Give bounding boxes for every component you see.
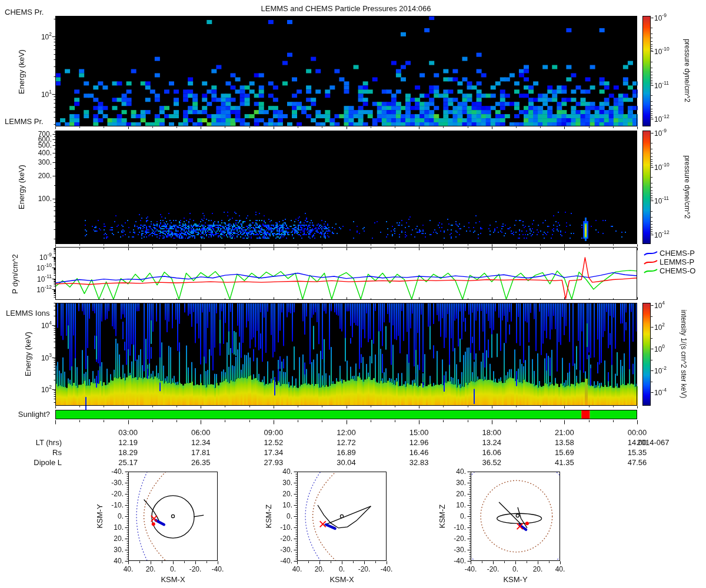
orbit-xtick: 20. xyxy=(533,566,543,573)
ephemeris-value: 32.83 xyxy=(409,459,429,467)
time-tick-label: 18:00 xyxy=(482,429,501,437)
pressure-ytick: 10-9 xyxy=(39,253,52,262)
time-tick-label: 21:00 xyxy=(555,429,574,437)
colorbar-label-pressure-2: pressure dyne/cm^2 xyxy=(684,155,691,219)
lemms-ytick: 100. xyxy=(38,195,52,203)
row-label-dipole: Dipole L xyxy=(34,459,62,467)
orbit-ytick: 10. xyxy=(456,502,466,509)
y-axis-label-ions: Energy (keV) xyxy=(24,332,32,376)
ephemeris-value: 12.19 xyxy=(118,439,138,447)
orbit1-y-title: KSM-Y xyxy=(96,504,104,528)
orbit3-y-title: KSM-Z xyxy=(438,505,447,528)
orbit-ytick: -20. xyxy=(454,535,466,543)
pressure-ytick: 10-10 xyxy=(36,263,52,272)
row-label-lt: LT (hrs) xyxy=(36,439,62,447)
lemms-ytick: 400. xyxy=(38,149,52,156)
ephemeris-value: 12.72 xyxy=(337,439,356,447)
ephemeris-value: 16.06 xyxy=(482,449,501,457)
colorbar1-tick: 10-12 xyxy=(654,115,670,123)
ephemeris-value: 36.52 xyxy=(482,459,501,467)
orbit-xtick: 0. xyxy=(512,566,518,573)
ephemeris-value: 18.29 xyxy=(118,449,138,457)
pressure-ytick: 10-11 xyxy=(37,274,52,283)
orbit1-x-title: KSM-X xyxy=(161,576,185,584)
colorbar4-tick: 104 xyxy=(654,301,665,310)
page-title: LEMMS and CHEMS Particle Pressures 2014:… xyxy=(261,5,431,13)
ephemeris-value: 16.89 xyxy=(337,449,356,457)
colorbar4-tick: 102 xyxy=(654,323,665,332)
orbit-xtick: 0. xyxy=(170,566,176,573)
colorbar2-tick: 10-11 xyxy=(654,196,669,205)
orbit-xtick: 20. xyxy=(315,566,325,573)
orbit-ytick: -10. xyxy=(454,524,466,532)
colorbar1-tick: 10-9 xyxy=(654,14,667,22)
orbit-xtick: 40. xyxy=(555,566,565,573)
panel-label-lemms: LEMMS Pr. xyxy=(5,118,44,126)
ephemeris-value: 30.04 xyxy=(337,459,356,467)
orbit-ytick: 0. xyxy=(287,513,292,520)
orbit-xtick: 40. xyxy=(292,566,302,573)
orbit-ytick: 0. xyxy=(460,513,466,520)
orbit-ytick: -10. xyxy=(280,524,292,532)
colorbar1-tick: 10-11 xyxy=(654,81,669,89)
orbit-ytick: 30. xyxy=(114,546,124,554)
orbit-ytick: 20. xyxy=(282,490,292,498)
colorbar-label-pressure-1: pressure dyne/cm^2 xyxy=(684,39,691,102)
ephemeris-value: 17.34 xyxy=(264,449,284,457)
orbit-ytick: -30. xyxy=(454,546,466,554)
lemms-ytick: 300. xyxy=(38,159,52,166)
orbit-ytick: 40. xyxy=(282,468,292,476)
orbit-xtick: 0. xyxy=(339,566,345,573)
colorbar2-tick: 10-12 xyxy=(654,230,670,239)
ephemeris-value: 25.17 xyxy=(118,459,138,467)
orbit2-x-title: KSM-X xyxy=(329,576,354,584)
orbit-ytick: 40. xyxy=(114,557,124,565)
colorbar2-tick: 10-10 xyxy=(654,162,670,171)
colorbar-label-intensity: intensity 1/(s cm^2 ster keV) xyxy=(680,310,688,398)
ephemeris-value: 15.35 xyxy=(628,449,647,457)
time-tick-label: 03:00 xyxy=(118,429,138,437)
time-tick-label: 09:00 xyxy=(264,429,284,437)
ephemeris-value: 15.69 xyxy=(555,449,574,457)
orbit-ytick: 20. xyxy=(456,490,466,498)
orbit-xtick: -20. xyxy=(487,566,499,573)
ions-ytick: 103 xyxy=(41,353,52,362)
orbit-xtick: -20. xyxy=(189,566,202,573)
ephemeris-value: 27.93 xyxy=(264,459,284,467)
legend-item-chems-o: CHEMS-O xyxy=(660,267,695,275)
ephemeris-value: 12.52 xyxy=(264,439,284,447)
orbit-ytick: 30. xyxy=(456,479,466,487)
orbit-ytick: -30. xyxy=(280,546,292,554)
orbit-ytick: 0. xyxy=(118,513,124,520)
orbit-ytick: -20. xyxy=(280,535,292,543)
ephemeris-value: 12.96 xyxy=(409,439,429,447)
time-tick-label: 00:00 xyxy=(628,429,647,437)
orbit-ytick: 10. xyxy=(282,502,292,509)
colorbar2-tick: 10-9 xyxy=(654,129,667,138)
colorbar4-tick: 10-2 xyxy=(654,366,667,375)
ephemeris-value: 26.35 xyxy=(191,459,211,467)
orbit-xtick: -40. xyxy=(212,566,224,573)
row-label-rs: Rs xyxy=(52,449,62,457)
orbit-ytick: -30. xyxy=(111,479,124,487)
ephemeris-value: 47.56 xyxy=(628,459,647,467)
y-axis-label-chems: Energy (keV) xyxy=(18,49,26,94)
orbit-xtick: -40. xyxy=(381,566,393,573)
orbit3-x-title: KSM-Y xyxy=(503,576,527,584)
orbit-xtick: 20. xyxy=(146,566,156,573)
orbit-xtick: -40. xyxy=(465,566,477,573)
chems-ytick: 101 xyxy=(41,90,52,99)
chems-ytick: 102 xyxy=(41,32,52,41)
colorbar1-tick: 10-10 xyxy=(654,47,670,56)
pressure-ytick: 10-12 xyxy=(36,285,52,294)
panel-label-chems: CHEMS Pr. xyxy=(5,8,44,16)
legend-item-lemms-p: LEMMS-P xyxy=(660,258,694,266)
ephemeris-value: 16.46 xyxy=(409,449,429,457)
orbit-ytick: 20. xyxy=(114,535,124,543)
ions-ytick: 104 xyxy=(41,321,52,330)
orbit-ytick: -40. xyxy=(280,557,292,565)
y-axis-label-pressure: P dyn/cm^2 xyxy=(11,254,19,293)
plot-canvas xyxy=(0,0,706,588)
lemms-ytick: 200. xyxy=(38,172,52,180)
time-tick-label: 12:00 xyxy=(337,429,356,437)
